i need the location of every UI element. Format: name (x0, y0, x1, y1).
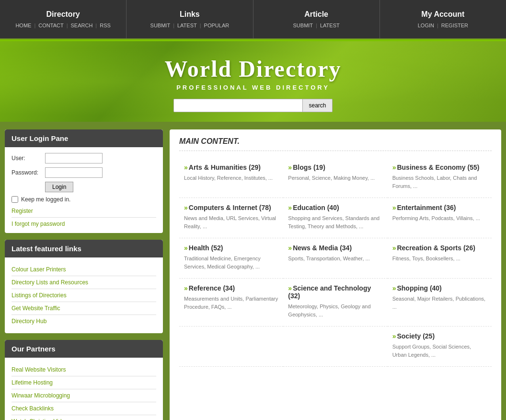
category-title: »Computers & Internet (78) (184, 204, 278, 211)
category-title: »Reference (34) (184, 284, 278, 292)
list-item[interactable]: Directory Lists and Resources (12, 276, 156, 289)
category-title: »News & Media (34) (288, 244, 382, 252)
nav-article-latest[interactable]: LATEST (320, 23, 340, 28)
nav-home-link[interactable]: HOME (15, 23, 31, 28)
category-link[interactable]: Blogs (19) (293, 163, 325, 171)
list-item[interactable]: Wirwaar Microblogging (12, 389, 156, 402)
table-row: »Reference (34) Measurements and Units, … (179, 279, 283, 327)
table-row: »Health (52) Traditional Medicine, Emerg… (179, 238, 283, 279)
nav-rss-link[interactable]: RSS (100, 23, 111, 28)
nav-myaccount: My Account LOGIN | REGISTER (380, 0, 506, 38)
category-link[interactable]: Computers & Internet (78) (189, 204, 271, 211)
table-row: »Blogs (19) Personal, Science, Making Mo… (283, 158, 387, 198)
bullet-icon: » (288, 163, 292, 171)
nav-links-latest[interactable]: LATEST (177, 23, 197, 28)
category-title: »Arts & Humanities (29) (184, 163, 278, 171)
table-row (179, 327, 283, 367)
remember-checkbox[interactable] (12, 196, 18, 203)
register-link[interactable]: Register (12, 208, 156, 218)
nav-article: Article SUBMIT | LATEST (253, 0, 380, 38)
login-panel-title: User Login Pane (5, 129, 163, 147)
nav-links-popular[interactable]: POPULAR (204, 23, 230, 28)
table-row: »Business & Economy (55) Business School… (388, 158, 492, 198)
nav-directory: Directory HOME | CONTACT | SEARCH | RSS (0, 0, 126, 38)
category-title: »Entertainment (36) (392, 204, 487, 211)
content-title: MAIN CONTENT. (179, 137, 492, 151)
table-row: »Entertainment (36) Performing Arts, Pod… (388, 198, 492, 238)
nav-search-link[interactable]: SEARCH (71, 23, 93, 28)
category-desc: Shopping and Services, Standards and Tes… (288, 214, 382, 230)
category-link[interactable]: Society (25) (397, 332, 435, 340)
category-desc: Measurements and Units, Parliamentary Pr… (184, 295, 278, 311)
category-link[interactable]: Arts & Humanities (29) (189, 163, 261, 171)
header-banner: World Directory PROFESSIONAL WEB DIRECTO… (0, 41, 506, 122)
bullet-icon: » (288, 284, 292, 292)
category-desc: Support Groups, Social Sciences, Urban L… (392, 343, 487, 359)
password-input[interactable] (45, 167, 103, 178)
list-item[interactable]: Directory Hub (12, 315, 156, 327)
category-title: »Recreation & Sports (26) (392, 244, 487, 252)
forgot-password-link[interactable]: I forgot my password (12, 221, 156, 227)
bullet-icon: » (184, 163, 188, 171)
nav-myaccount-title: My Account (421, 10, 464, 19)
bullet-icon: » (392, 284, 396, 292)
category-link[interactable]: Reference (34) (189, 284, 235, 292)
categories-grid: »Arts & Humanities (29) Local History, R… (179, 158, 492, 367)
featured-links-panel: Latest featured links Colour Laser Print… (5, 240, 163, 333)
category-title: »Shopping (40) (392, 284, 487, 292)
category-desc: Performing Arts, Podcasts, Villains, ... (392, 214, 487, 222)
list-item[interactable]: Lifetime Hosting (12, 376, 156, 389)
nav-login-link[interactable]: LOGIN (418, 23, 434, 28)
table-row: »News & Media (34) Sports, Transportatio… (283, 238, 387, 279)
nav-article-submit[interactable]: SUBMIT (293, 23, 313, 28)
table-row: »Arts & Humanities (29) Local History, R… (179, 158, 283, 198)
list-item[interactable]: Real Website Visitors (12, 363, 156, 376)
bullet-icon: » (184, 244, 188, 252)
category-desc: Personal, Science, Making Money, ... (288, 174, 382, 182)
category-link[interactable]: Education (40) (293, 204, 339, 211)
category-link[interactable]: News & Media (34) (293, 244, 352, 252)
category-link[interactable]: Shopping (40) (397, 284, 441, 292)
category-title: »Health (52) (184, 244, 278, 252)
list-item[interactable]: Colour Laser Printers (12, 263, 156, 276)
list-item[interactable]: Check Backlinks (12, 402, 156, 415)
user-label: User: (12, 155, 45, 162)
category-desc: Seasonal, Major Retailers, Publications,… (392, 295, 487, 311)
site-subtitle: PROFESSIONAL WEB DIRECTORY (0, 84, 506, 91)
nav-links-submit[interactable]: SUBMIT (150, 23, 171, 28)
category-title: »Science and Technology (32) (288, 284, 382, 300)
remember-label: Keep me logged in. (21, 196, 70, 203)
password-label: Password: (12, 169, 45, 176)
category-title: »Business & Economy (55) (392, 163, 487, 171)
category-title: »Society (25) (392, 332, 487, 340)
table-row: »Science and Technology (32) Meteorology… (283, 279, 387, 327)
search-input[interactable] (173, 99, 303, 112)
nav-directory-title: Directory (46, 10, 80, 19)
category-link[interactable]: Science and Technology (32) (288, 284, 371, 300)
main-content: MAIN CONTENT. »Arts & Humanities (29) Lo… (170, 129, 501, 420)
category-link[interactable]: Entertainment (36) (397, 204, 456, 211)
bullet-icon: » (288, 204, 292, 211)
list-item[interactable]: Listings of Directories (12, 289, 156, 302)
category-link[interactable]: Health (52) (189, 244, 223, 252)
site-title: World Directory (0, 56, 506, 82)
search-form: search (173, 99, 332, 112)
category-desc: Fitness, Toys, Booksellers, ... (392, 255, 487, 263)
partners-panel: Our Partners Real Website Visitors Lifet… (5, 340, 163, 420)
category-desc: Sports, Transportation, Weather, ... (288, 255, 382, 263)
category-link[interactable]: Business & Economy (55) (397, 163, 479, 171)
table-row: »Education (40) Shopping and Services, S… (283, 198, 387, 238)
nav-contact-link[interactable]: CONTACT (38, 23, 63, 28)
list-item[interactable]: Watch Christian Videos (12, 415, 156, 420)
category-desc: News and Media, URL Services, Virtual Re… (184, 214, 278, 230)
login-button[interactable]: Login (45, 182, 73, 192)
bullet-icon: » (392, 163, 396, 171)
category-link[interactable]: Recreation & Sports (26) (397, 244, 475, 252)
category-desc: Business Schools, Labor, Chats and Forum… (392, 174, 487, 190)
category-desc: Meteorology, Physics, Geology and Geophy… (288, 303, 382, 318)
list-item[interactable]: Get Website Traffic (12, 302, 156, 315)
search-button[interactable]: search (303, 99, 332, 112)
username-input[interactable] (45, 153, 103, 163)
login-panel: User Login Pane User: Password: Login Ke… (5, 129, 163, 233)
nav-register-link[interactable]: REGISTER (441, 23, 468, 28)
